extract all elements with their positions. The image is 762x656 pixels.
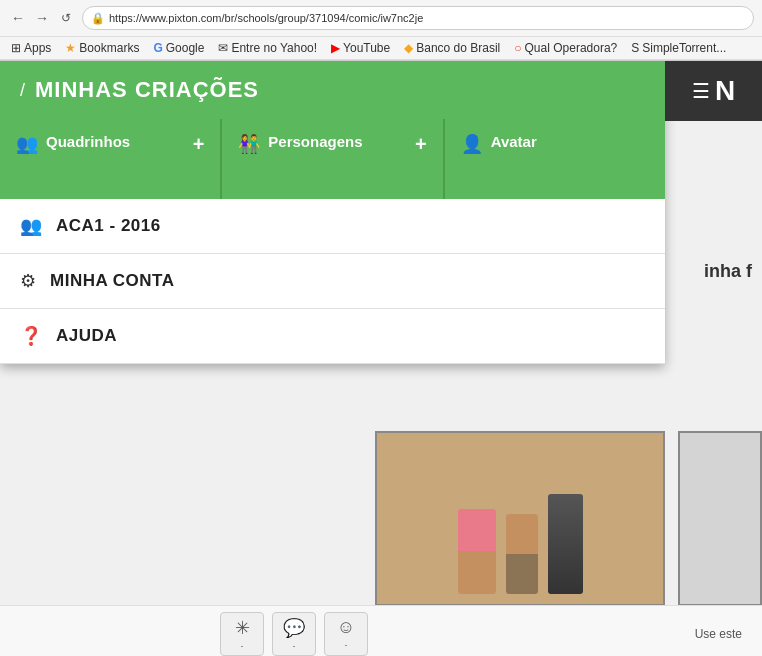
personagens-add-button[interactable]: + xyxy=(415,133,427,156)
sun-button[interactable]: ✳ - xyxy=(220,612,264,656)
gear-icon: ⚙ xyxy=(20,270,36,292)
bookmark-item-yahoo[interactable]: ✉Entre no Yahoo! xyxy=(215,40,320,56)
bookmark-item-torrent[interactable]: SSimpleTorrent... xyxy=(628,40,729,56)
menu-item-aca1[interactable]: 👥 ACA1 - 2016 xyxy=(0,199,665,254)
avatar-icon: 👤 xyxy=(461,133,483,155)
menu-item-minha-conta[interactable]: ⚙ MINHA CONTA xyxy=(0,254,665,309)
youtube-bookmark-icon: ▶ xyxy=(331,41,340,55)
aca1-icon: 👥 xyxy=(20,215,42,237)
emoji-icon: ☺ xyxy=(337,617,355,638)
hamburger-area[interactable]: ☰ N xyxy=(665,61,762,121)
comic-panel-right: Você precisa escrever algo no balão ante… xyxy=(678,431,762,606)
slash-icon: / xyxy=(20,80,25,101)
figure-2 xyxy=(506,514,538,594)
bottom-icons: ✳ - 💬 - ☺ - xyxy=(220,612,368,656)
back-button[interactable]: ← xyxy=(8,8,28,28)
address-bar[interactable]: 🔒 https://www.pixton.com/br/schools/grou… xyxy=(82,6,754,30)
menu-header: / MINHAS CRIAÇÕES xyxy=(0,61,665,119)
apps-bookmark-icon: ⊞ xyxy=(11,41,21,55)
figure-1 xyxy=(458,509,496,594)
bookmarks-bookmark-icon: ★ xyxy=(65,41,76,55)
yahoo-bookmark-label: Entre no Yahoo! xyxy=(231,41,317,55)
banco-bookmark-label: Banco do Brasil xyxy=(416,41,500,55)
chat-button[interactable]: 💬 - xyxy=(272,612,316,656)
bookmark-item-google[interactable]: GGoogle xyxy=(150,40,207,56)
forward-button[interactable]: → xyxy=(32,8,52,28)
browser-chrome: ← → ↺ 🔒 https://www.pixton.com/br/school… xyxy=(0,0,762,61)
card-avatar[interactable]: 👤 Avatar xyxy=(445,119,665,199)
nav-buttons: ← → ↺ xyxy=(8,8,76,28)
torrent-bookmark-icon: S xyxy=(631,41,639,55)
cards-row: 👥 Quadrinhos + 👫 Personagens + 👤 Avatar xyxy=(0,119,665,199)
personagens-icon: 👫 xyxy=(238,133,260,155)
menu-header-title: MINHAS CRIAÇÕES xyxy=(35,77,259,103)
sun-label: - xyxy=(241,641,244,651)
quadrinhos-icon: 👥 xyxy=(16,133,38,155)
bookmark-item-apps[interactable]: ⊞Apps xyxy=(8,40,54,56)
dropdown-menu: / MINHAS CRIAÇÕES 👥 Quadrinhos + 👫 Perso… xyxy=(0,61,665,364)
aca1-text: ACA1 - 2016 xyxy=(56,216,161,236)
bookmarks-bookmark-label: Bookmarks xyxy=(79,41,139,55)
avatar-label: Avatar xyxy=(491,133,537,150)
quadrinhos-add-button[interactable]: + xyxy=(193,133,205,156)
help-icon: ❓ xyxy=(20,325,42,347)
partial-page-text: inha f xyxy=(704,261,752,282)
torrent-bookmark-label: SimpleTorrent... xyxy=(642,41,726,55)
reload-button[interactable]: ↺ xyxy=(56,8,76,28)
comic-figures xyxy=(448,433,593,604)
card-quadrinhos[interactable]: 👥 Quadrinhos + xyxy=(0,119,222,199)
banco-bookmark-icon: ◆ xyxy=(404,41,413,55)
sun-icon: ✳ xyxy=(235,617,250,639)
page-content: inha f ☰ N / MINHAS CRIAÇÕES 👥 Quadrinho… xyxy=(0,61,762,656)
google-bookmark-label: Google xyxy=(166,41,205,55)
chat-label: - xyxy=(293,641,296,651)
bookmark-item-youtube[interactable]: ▶YouTube xyxy=(328,40,393,56)
bottom-toolbar: ✳ - 💬 - ☺ - Use este xyxy=(0,605,762,656)
figure-3 xyxy=(548,494,583,594)
personagens-label: Personagens xyxy=(268,133,362,150)
bookmark-item-banco[interactable]: ◆Banco do Brasil xyxy=(401,40,503,56)
lock-icon: 🔒 xyxy=(91,12,105,25)
ajuda-text: AJUDA xyxy=(56,326,117,346)
hamburger-icon[interactable]: ☰ xyxy=(692,79,710,103)
chat-icon: 💬 xyxy=(283,617,305,639)
n-logo: N xyxy=(715,75,735,107)
bookmarks-bar: ⊞Apps★BookmarksGGoogle✉Entre no Yahoo!▶Y… xyxy=(0,37,762,60)
card-personagens[interactable]: 👫 Personagens + xyxy=(222,119,444,199)
browser-toolbar: ← → ↺ 🔒 https://www.pixton.com/br/school… xyxy=(0,0,762,37)
minha-conta-text: MINHA CONTA xyxy=(50,271,174,291)
menu-item-ajuda[interactable]: ❓ AJUDA xyxy=(0,309,665,364)
operadora-bookmark-icon: ○ xyxy=(514,41,521,55)
google-bookmark-icon: G xyxy=(153,41,162,55)
bookmark-item-bookmarks[interactable]: ★Bookmarks xyxy=(62,40,142,56)
emoji-label: - xyxy=(345,640,348,650)
bookmark-item-operadora[interactable]: ○Qual Operadora? xyxy=(511,40,620,56)
address-text: https://www.pixton.com/br/schools/group/… xyxy=(109,12,423,24)
quadrinhos-label: Quadrinhos xyxy=(46,133,130,150)
yahoo-bookmark-icon: ✉ xyxy=(218,41,228,55)
use-este-text: Use este xyxy=(695,627,742,641)
comic-panel-main xyxy=(375,431,665,606)
emoji-button[interactable]: ☺ - xyxy=(324,612,368,656)
operadora-bookmark-label: Qual Operadora? xyxy=(525,41,618,55)
youtube-bookmark-label: YouTube xyxy=(343,41,390,55)
apps-bookmark-label: Apps xyxy=(24,41,51,55)
